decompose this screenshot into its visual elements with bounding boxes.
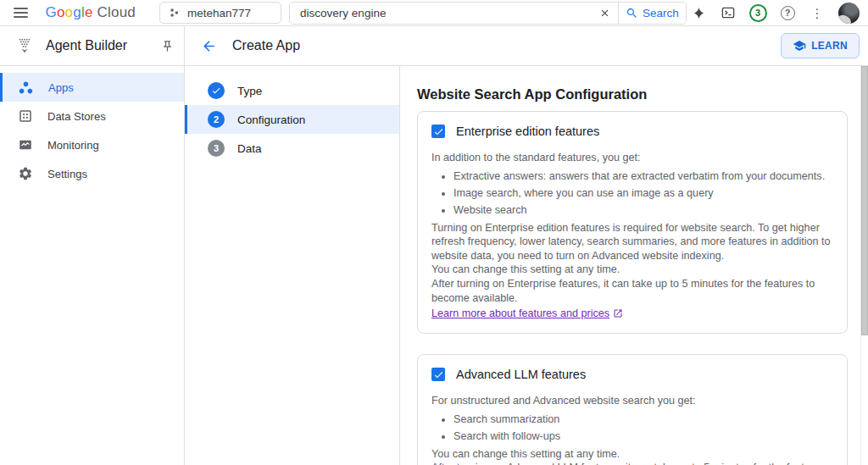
learn-button[interactable]: LEARN [781, 33, 860, 58]
logo-cloud-text: Cloud [97, 4, 136, 21]
feature-item: Extractive answers: answers that are ext… [442, 170, 833, 182]
step-label: Type [237, 85, 262, 97]
active-sessions-badge[interactable]: 3 [746, 1, 770, 25]
product-title: Agent Builder [46, 38, 127, 53]
search-button[interactable]: Search [618, 3, 686, 24]
advanced-llm-checkbox-row[interactable]: Advanced LLM features [431, 368, 833, 381]
step-completed-check-icon [208, 82, 225, 99]
project-name: metehan777 [187, 7, 251, 19]
top-app-bar: Google Cloud metehan777 Search 3 ? ⋮ [0, 0, 868, 26]
card-paragraph: You can change this setting at any time. [431, 447, 833, 462]
page-title: Create App [232, 38, 300, 53]
back-arrow-icon[interactable] [195, 32, 222, 59]
sidebar-item-monitoring[interactable]: Monitoring [0, 130, 184, 159]
advanced-llm-features-card: Advanced LLM features For unstructured a… [417, 354, 848, 465]
feature-item: Image search, where you can use an image… [442, 187, 833, 199]
session-count: 3 [749, 4, 767, 22]
clear-search-icon[interactable] [593, 3, 618, 24]
scrollbar-track[interactable] [860, 66, 868, 465]
feature-list: Extractive answers: answers that are ext… [431, 170, 833, 216]
card-paragraph: After turning on Advanced LLM features, … [431, 461, 833, 465]
gemini-sparkle-icon[interactable] [687, 1, 710, 25]
graduation-cap-icon [793, 39, 806, 53]
search-button-label: Search [643, 7, 679, 19]
external-link-icon [613, 308, 623, 318]
sidebar-nav: Apps Data Stores Monitoring Settings [0, 66, 185, 465]
enterprise-features-checkbox-row[interactable]: Enterprise edition features [431, 125, 833, 138]
sidebar-item-apps[interactable]: Apps [0, 73, 184, 102]
scrollbar-thumb[interactable] [861, 66, 868, 335]
learn-more-link-label: Learn more about features and prices [431, 307, 609, 319]
monitoring-icon [18, 137, 33, 152]
feature-item: Search summarization [442, 413, 833, 425]
sidebar-item-data-stores[interactable]: Data Stores [0, 102, 184, 130]
page-header: Agent Builder Create App LEARN [0, 26, 868, 66]
google-cloud-logo[interactable]: Google Cloud [45, 4, 135, 21]
logo-letter: g [73, 4, 81, 21]
enterprise-features-card: Enterprise edition features In addition … [417, 111, 848, 334]
card-paragraph: Turning on Enterprise edition features i… [431, 221, 833, 263]
checkbox-label: Enterprise edition features [456, 125, 599, 138]
checkbox-checked-icon[interactable] [431, 125, 445, 138]
sidebar-item-label: Data Stores [47, 110, 106, 123]
step-number-badge: 2 [208, 111, 225, 128]
product-header: Agent Builder [0, 26, 185, 65]
project-selector[interactable]: metehan777 [159, 2, 281, 24]
feature-item: Website search [442, 204, 833, 216]
card-intro: For unstructured and Advanced website se… [431, 394, 833, 408]
create-app-stepper: Type 2 Configuration 3 Data [185, 66, 400, 465]
logo-letter: o [57, 4, 65, 21]
step-label: Data [237, 142, 262, 155]
learn-more-link[interactable]: Learn more about features and prices [431, 307, 833, 319]
logo-letter: e [85, 4, 93, 21]
logo-letter: o [65, 4, 74, 21]
checkbox-checked-icon[interactable] [431, 368, 445, 381]
card-paragraph: After turning on Enterprise features, it… [431, 277, 833, 305]
project-icon [169, 7, 181, 19]
sidebar-item-label: Apps [48, 81, 74, 94]
search-input[interactable] [290, 3, 593, 24]
agent-builder-icon [15, 36, 34, 55]
apps-icon [18, 80, 34, 96]
step-type[interactable]: Type [185, 76, 399, 105]
more-options-icon[interactable]: ⋮ [805, 1, 829, 25]
card-intro: In addition to the standard features, yo… [431, 151, 833, 165]
data-stores-icon [18, 108, 33, 124]
card-paragraph: You can change this setting at any time. [431, 263, 833, 277]
cloud-shell-icon[interactable] [716, 1, 740, 25]
gear-icon [18, 166, 33, 181]
panel-title: Website Search App Configuration [417, 86, 848, 102]
checkbox-label: Advanced LLM features [456, 368, 586, 381]
step-data[interactable]: 3 Data [185, 134, 399, 163]
page-header-main: Create App LEARN [185, 26, 868, 65]
step-configuration[interactable]: 2 Configuration [185, 105, 399, 134]
menu-icon[interactable] [7, 2, 35, 24]
feature-item: Search with follow-ups [442, 430, 833, 442]
help-icon[interactable]: ? [776, 1, 799, 25]
content-area: Apps Data Stores Monitoring Settings [0, 66, 868, 465]
search-icon [626, 7, 638, 19]
sidebar-item-label: Monitoring [47, 139, 99, 152]
pin-icon[interactable] [161, 40, 174, 53]
topbar-actions: 3 ? ⋮ [687, 1, 860, 25]
learn-button-label: LEARN [811, 40, 848, 52]
feature-list: Search summarization Search with follow-… [431, 413, 833, 442]
step-number-badge: 3 [208, 140, 225, 157]
logo-letter: G [45, 4, 56, 21]
sidebar-item-settings[interactable]: Settings [0, 159, 184, 188]
configuration-panel: Website Search App Configuration Enterpr… [400, 66, 868, 465]
user-avatar[interactable] [838, 3, 860, 24]
sidebar-item-label: Settings [47, 168, 87, 180]
step-label: Configuration [237, 113, 305, 126]
global-search-bar: Search [289, 2, 687, 25]
